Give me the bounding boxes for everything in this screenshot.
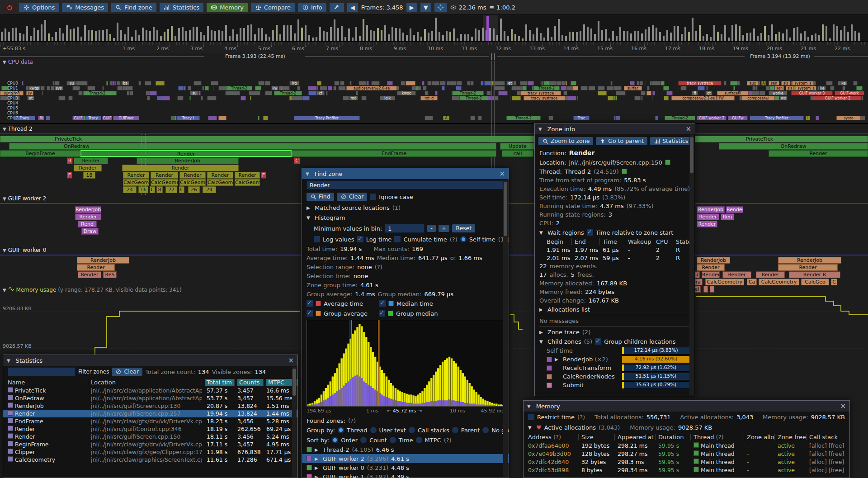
cpu-segment[interactable]	[233, 91, 240, 95]
minimap-frame-bar[interactable]	[222, 31, 223, 41]
minimap-frame-bar[interactable]	[290, 25, 292, 41]
cpu-segment[interactable]	[646, 91, 651, 95]
cpu-segment[interactable]	[664, 96, 669, 100]
cpu-segment[interactable]	[208, 116, 217, 120]
statistics-row[interactable]: Renderjni/../jni/src/guif/Screen.cpp:150…	[3, 433, 297, 440]
next-frame-button[interactable]: ▶	[406, 3, 417, 12]
cpu-segment[interactable]: rot_d	[420, 96, 438, 100]
timeline-zone[interactable]: Update	[500, 143, 535, 150]
minimap-frame-bar[interactable]	[471, 37, 473, 41]
minimap-frame-bar[interactable]	[33, 28, 35, 41]
cpu-segment[interactable]	[439, 81, 446, 85]
minimap-frame-bar[interactable]	[323, 31, 325, 41]
cpu-segment[interactable]	[282, 86, 290, 90]
minimap-frame-bar[interactable]	[858, 33, 860, 41]
minimap-frame-bar[interactable]	[518, 36, 520, 41]
cpu-segment[interactable]	[577, 96, 578, 100]
minimap-frame-bar[interactable]	[789, 38, 791, 41]
sort-by-radio-3[interactable]	[416, 437, 422, 443]
table-header-zone-free[interactable]: Zone free	[778, 434, 807, 440]
cpu-segment[interactable]	[442, 86, 445, 90]
cpu-segment[interactable]	[46, 116, 50, 120]
cpu-segment[interactable]: ot	[705, 91, 712, 95]
cpu-segment[interactable]	[68, 96, 73, 100]
minimap-frame-bar[interactable]	[590, 28, 592, 41]
minimap-frame-bar[interactable]	[684, 27, 686, 41]
cpu-segment[interactable]: I	[806, 116, 810, 120]
timeline-zone[interactable]: Render	[74, 165, 102, 171]
minimap-frame-bar[interactable]	[695, 31, 697, 41]
frame-band[interactable]: Frame 3,193 (22.45 ms)Frame 3,194 (13.92…	[0, 53, 868, 61]
minimap-frame-bar[interactable]	[196, 27, 198, 41]
minimap-frame-bar[interactable]	[847, 32, 849, 41]
timeline-zone[interactable]: Render	[151, 172, 178, 179]
minimap-frame-bar[interactable]	[106, 29, 108, 41]
cumulate-time-checkbox[interactable]	[394, 236, 401, 242]
cpu-segment[interactable]	[333, 86, 336, 90]
timeline-zone[interactable]: Render	[207, 172, 233, 179]
minimap-frame-bar[interactable]	[77, 27, 79, 41]
minimap-frame-bar[interactable]	[800, 33, 802, 41]
statistics-row[interactable]: Clipperjni/../jni/src/claw/gfx/geo/Clipp…	[3, 448, 297, 456]
minimap-frame-bar[interactable]	[627, 31, 628, 41]
cpu-segment[interactable]	[816, 116, 819, 120]
timeline-zone[interactable]: Render	[769, 150, 868, 157]
cpu-segment[interactable]	[340, 81, 344, 85]
cpu-segment[interactable]	[183, 86, 184, 90]
cpu-segment[interactable]	[111, 91, 117, 95]
cpu-segment[interactable]: et	[27, 96, 34, 100]
child-zone-bar[interactable]: 4.16 ms (92.60%)	[622, 355, 690, 363]
minimap-frame-bar[interactable]	[757, 36, 759, 41]
collapse-icon[interactable]: ▼	[7, 358, 10, 363]
minimap-frame-bar[interactable]	[84, 25, 86, 41]
minimap-frame-bar[interactable]	[587, 27, 589, 41]
timeline-zone[interactable]: R	[67, 157, 73, 164]
minimap-frame-bar[interactable]	[460, 34, 462, 41]
timeline-zone[interactable]: OnRedraw	[9, 143, 496, 150]
minimap-frame-bar[interactable]	[688, 32, 690, 41]
cpu-segment[interactable]: system_s	[796, 86, 816, 90]
cpu-segment[interactable]	[563, 91, 567, 95]
minimap-frame-bar[interactable]	[598, 21, 599, 41]
close-icon[interactable]: ×	[840, 403, 846, 410]
cpu-segment[interactable]	[138, 81, 141, 85]
close-icon[interactable]: ×	[288, 357, 294, 364]
cpu-segment[interactable]	[123, 86, 124, 90]
minimap-frame-bar[interactable]	[663, 36, 665, 41]
find-button[interactable]: Find	[307, 193, 334, 201]
minimap-frame-bar[interactable]	[373, 31, 375, 41]
minimap-frame-bar[interactable]	[211, 30, 212, 41]
cpu-segment[interactable]	[652, 96, 653, 100]
cpu-segment[interactable]	[150, 91, 157, 95]
minimap-frame-bar[interactable]	[109, 34, 111, 41]
thread-header[interactable]: ▼GUIF worker 0	[3, 247, 46, 253]
minimap-frame-bar[interactable]	[507, 36, 509, 41]
cpu-segment[interactable]	[467, 81, 471, 85]
statistics-row[interactable]: PrivateTickjni/../jni/src/claw/applicati…	[3, 387, 297, 394]
cpu-segment[interactable]	[317, 81, 321, 85]
collapse-icon[interactable]: ▼	[528, 425, 533, 430]
minimap-frame-bar[interactable]	[616, 36, 618, 41]
minimap-frame-bar[interactable]	[811, 35, 813, 41]
cpu-segment[interactable]	[349, 81, 352, 85]
cpu-segment[interactable]	[328, 86, 332, 90]
cpu-segment[interactable]	[520, 81, 528, 85]
minimap-frame-bar[interactable]	[135, 30, 137, 41]
cpu-segment[interactable]	[615, 116, 620, 120]
cpu-segment[interactable]	[598, 91, 607, 95]
sort-by-radio-0[interactable]	[332, 437, 338, 443]
minimap-frame-bar[interactable]	[326, 32, 328, 41]
cpu-segment[interactable]	[651, 81, 661, 85]
statistics-button[interactable]: Statistics	[650, 137, 692, 145]
minimap-frame-bar[interactable]	[775, 34, 777, 41]
expand-icon[interactable]: ▶	[539, 330, 545, 335]
memory-button[interactable]: Memory	[207, 3, 248, 12]
minimap-frame-bar[interactable]	[717, 32, 719, 41]
cpu-segment[interactable]: worke	[769, 91, 788, 95]
cpu-segment[interactable]	[258, 81, 264, 85]
collapse-icon[interactable]: ▼	[539, 339, 545, 344]
minimap-frame-bar[interactable]	[771, 24, 773, 41]
log-values-checkbox[interactable]	[314, 236, 320, 242]
cpu-segment[interactable]: Tracy I	[176, 116, 200, 120]
timeline-zone[interactable]: EndFrame	[292, 150, 496, 157]
